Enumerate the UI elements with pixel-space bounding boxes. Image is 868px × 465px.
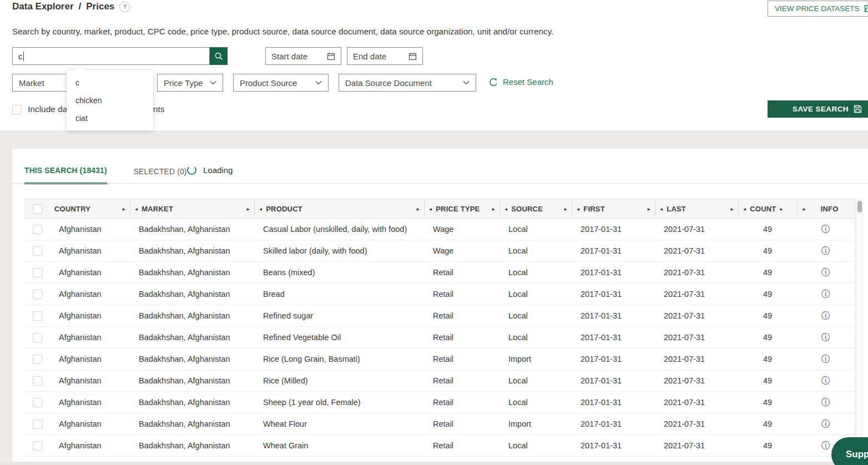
cell-product: Rice (Milled) bbox=[254, 376, 424, 385]
cell-product: Wheat Flour bbox=[254, 419, 424, 428]
help-icon[interactable]: ? bbox=[119, 2, 130, 12]
column-label: LAST bbox=[667, 205, 686, 213]
search-input[interactable]: c bbox=[12, 47, 210, 65]
column-header-last[interactable]: ◂LAST▸ bbox=[655, 199, 738, 218]
search-button[interactable] bbox=[210, 47, 228, 65]
info-icon[interactable]: ⓘ bbox=[821, 332, 830, 342]
end-date-field[interactable]: End date bbox=[347, 47, 423, 65]
cell-market: Badakhshan, Afghanistan bbox=[130, 333, 254, 342]
suggestions-list: cchickenciat bbox=[67, 74, 153, 127]
cell-product: Skilled labor (daily, with food) bbox=[254, 246, 424, 255]
info-icon[interactable]: ⓘ bbox=[821, 245, 830, 256]
search-description: Search by country, market, product, CPC … bbox=[12, 27, 553, 36]
column-left-arrow-icon[interactable]: ◂ bbox=[429, 206, 432, 212]
column-left-arrow-icon[interactable]: ◂ bbox=[135, 206, 138, 212]
column-header-market[interactable]: ◂MARKET▸ bbox=[130, 199, 254, 218]
row-checkbox[interactable] bbox=[33, 311, 42, 321]
info-icon[interactable]: ⓘ bbox=[821, 440, 830, 451]
info-icon[interactable]: ⓘ bbox=[821, 353, 830, 364]
price-type-dropdown[interactable]: Price Type bbox=[157, 74, 223, 92]
tab-selected[interactable]: SELECTED (0) bbox=[134, 164, 187, 184]
row-checkbox[interactable] bbox=[33, 441, 42, 451]
column-right-arrow-icon[interactable]: ▸ bbox=[247, 206, 250, 212]
column-header-price-type[interactable]: ◂PRICE TYPE▸ bbox=[424, 199, 499, 218]
row-checkbox[interactable] bbox=[33, 376, 42, 386]
column-right-arrow-icon[interactable]: ▸ bbox=[417, 206, 420, 212]
save-search-button[interactable]: SAVE SEARCH bbox=[768, 100, 868, 118]
support-button[interactable]: Supp bbox=[831, 437, 868, 465]
row-checkbox[interactable] bbox=[33, 355, 42, 364]
column-right-arrow-icon[interactable]: ▸ bbox=[648, 206, 650, 212]
table-vertical-scrollbar[interactable] bbox=[856, 199, 862, 464]
column-right-arrow-icon[interactable]: ▸ bbox=[564, 206, 567, 212]
reset-search-button[interactable]: Reset Search bbox=[489, 77, 553, 87]
cell-market: Badakhshan, Afghanistan bbox=[130, 441, 254, 450]
cell-product: Refined Vegetable Oil bbox=[254, 333, 424, 342]
info-icon[interactable]: ⓘ bbox=[821, 418, 830, 429]
cell-price-type: Retail bbox=[424, 333, 499, 342]
cell-count: 49 bbox=[738, 398, 797, 407]
tab-this-search[interactable]: THIS SEARCH (18431) bbox=[24, 163, 107, 184]
cell-source: Local bbox=[499, 333, 572, 342]
info-icon[interactable]: ⓘ bbox=[821, 310, 830, 321]
cell-product: Bread bbox=[254, 290, 424, 299]
cell-product: Sheep (1 year old, Female) bbox=[254, 398, 424, 407]
column-left-arrow-icon[interactable]: ◂ bbox=[802, 206, 805, 212]
info-icon[interactable]: ⓘ bbox=[821, 267, 830, 277]
cell-price-type: Wage bbox=[424, 225, 499, 234]
row-checkbox[interactable] bbox=[33, 225, 42, 234]
column-label: INFO bbox=[821, 205, 839, 213]
column-right-arrow-icon[interactable]: ▸ bbox=[123, 206, 125, 212]
cell-info: ⓘ bbox=[797, 310, 855, 322]
column-left-arrow-icon[interactable]: ◂ bbox=[743, 206, 746, 212]
start-date-field[interactable]: Start date bbox=[265, 47, 341, 65]
column-left-arrow-icon[interactable]: ◂ bbox=[259, 206, 262, 212]
breadcrumb-data-explorer[interactable]: Data Explorer bbox=[12, 1, 74, 12]
cell-count: 49 bbox=[738, 376, 797, 385]
row-checkbox[interactable] bbox=[33, 246, 42, 256]
row-checkbox[interactable] bbox=[33, 290, 42, 299]
include-datasets-checkbox[interactable] bbox=[12, 105, 22, 114]
column-right-arrow-icon[interactable]: ▸ bbox=[492, 206, 495, 212]
column-right-arrow-icon[interactable]: ▸ bbox=[731, 206, 734, 212]
suggestion-item-ciat[interactable]: ciat bbox=[67, 109, 153, 127]
scrollbar-thumb[interactable] bbox=[857, 201, 862, 213]
row-checkbox[interactable] bbox=[33, 268, 42, 277]
cell-country: Afghanistan bbox=[50, 290, 130, 299]
cell-country: Afghanistan bbox=[50, 268, 130, 277]
cell-country: Afghanistan bbox=[50, 398, 130, 407]
column-header-first[interactable]: ◂FIRST▸ bbox=[572, 199, 655, 218]
cell-country: Afghanistan bbox=[50, 333, 130, 342]
info-icon[interactable]: ⓘ bbox=[821, 224, 830, 234]
bottom-strip bbox=[0, 462, 868, 465]
product-source-dropdown[interactable]: Product Source bbox=[233, 74, 329, 92]
row-checkbox[interactable] bbox=[33, 398, 42, 407]
cell-count: 49 bbox=[738, 333, 797, 342]
column-header-info[interactable]: ◂INFO bbox=[797, 199, 855, 218]
column-left-arrow-icon[interactable]: ◂ bbox=[504, 206, 507, 212]
row-checkbox[interactable] bbox=[33, 419, 42, 429]
data-source-document-dropdown[interactable]: Data Source Document bbox=[339, 74, 476, 92]
column-left-arrow-icon[interactable]: ◂ bbox=[660, 206, 663, 212]
select-all-checkbox[interactable] bbox=[33, 204, 42, 214]
view-price-datasets-button[interactable]: VIEW PRICE DATASETS bbox=[768, 1, 868, 17]
column-header-product[interactable]: ◂PRODUCT▸ bbox=[254, 199, 424, 218]
select-all-cell bbox=[24, 199, 50, 218]
info-icon[interactable]: ⓘ bbox=[821, 289, 830, 299]
row-checkbox[interactable] bbox=[33, 333, 42, 342]
cell-last-date: 2021-07-31 bbox=[655, 246, 738, 255]
folder-open-icon bbox=[864, 4, 868, 13]
cell-country: Afghanistan bbox=[50, 225, 130, 234]
cell-info: ⓘ bbox=[797, 224, 855, 235]
column-header-source[interactable]: ◂SOURCE▸ bbox=[499, 199, 572, 218]
info-icon[interactable]: ⓘ bbox=[821, 397, 830, 407]
column-left-arrow-icon[interactable]: ◂ bbox=[577, 206, 579, 212]
cell-price-type: Wage bbox=[424, 246, 499, 255]
suggestion-item-c[interactable]: c bbox=[67, 74, 153, 92]
column-header-count[interactable]: ◂COUNT▸ bbox=[738, 199, 797, 218]
suggestion-item-chicken[interactable]: chicken bbox=[67, 92, 153, 109]
column-right-arrow-icon[interactable]: ▸ bbox=[780, 206, 783, 212]
cell-source: Import bbox=[499, 419, 572, 428]
column-header-country[interactable]: COUNTRY▸ bbox=[50, 199, 130, 218]
info-icon[interactable]: ⓘ bbox=[821, 375, 830, 386]
